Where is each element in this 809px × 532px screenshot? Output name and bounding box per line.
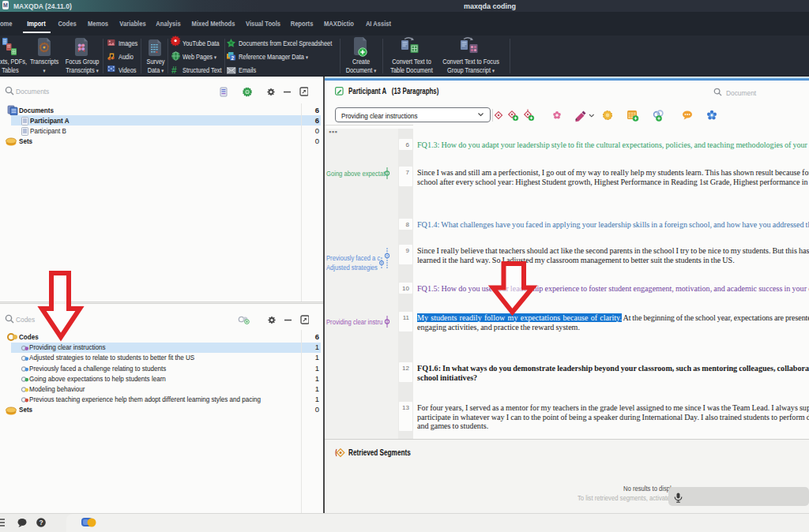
svg-text:2: 2 bbox=[231, 55, 235, 61]
svg-text:?: ? bbox=[39, 519, 43, 526]
svg-text:#: # bbox=[171, 65, 177, 76]
